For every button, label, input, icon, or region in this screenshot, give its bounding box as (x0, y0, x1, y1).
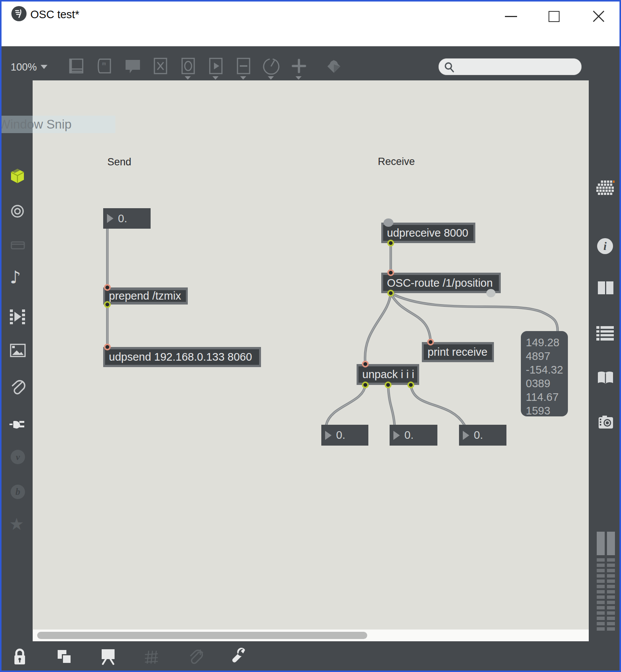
number-box-value: 0. (336, 429, 345, 441)
outlet-port[interactable] (407, 382, 414, 388)
close-button[interactable] (592, 9, 605, 23)
zoom-level-dropdown[interactable]: 100% (11, 61, 47, 73)
console-drawer-icon[interactable] (10, 240, 25, 251)
patcher-window-icon[interactable] (68, 57, 85, 75)
chevron-down-icon[interactable] (268, 76, 274, 80)
slider-icon[interactable] (235, 57, 252, 75)
star-icon[interactable]: ★ (9, 514, 24, 534)
title-bar: OSC test* (2, 2, 619, 24)
inlet-port[interactable] (387, 269, 394, 276)
add-object-icon[interactable] (290, 57, 308, 75)
outlet-port[interactable] (387, 290, 394, 297)
video-playbar-icon[interactable] (9, 309, 26, 325)
udpsend-object[interactable]: udpsend 192.168.0.133 8060 (103, 347, 261, 367)
patch-cord[interactable] (365, 293, 391, 364)
cord-stub (384, 218, 393, 227)
cord-stub (486, 289, 495, 297)
object-text: OSC-route /1/position (387, 277, 493, 289)
number-box-z[interactable]: 0. (459, 425, 506, 446)
maximize-button[interactable] (549, 11, 560, 22)
paperclip-add-icon[interactable] (187, 648, 204, 666)
reference-book-icon[interactable] (597, 371, 614, 385)
patch-layer: Send Receive 0. prepend /tzmix udpsend 1… (33, 80, 589, 630)
object-cube-icon[interactable] (10, 168, 25, 184)
send-label: Send (107, 156, 131, 168)
menu-bar: File Edit View Object Arrange Options De… (2, 24, 619, 46)
max-logo-icon (11, 6, 27, 21)
object-text: udpreceive 8000 (387, 227, 468, 239)
chevron-down-icon[interactable] (240, 76, 246, 80)
window-snip-tooltip: Window Snip (2, 116, 115, 133)
number-box-y[interactable]: 0. (390, 425, 437, 446)
max-window: OSC test* File Edit View Object Arrange … (0, 0, 621, 672)
horizontal-scrollbar[interactable] (33, 630, 589, 641)
plug-icon[interactable] (9, 416, 26, 432)
inlet-port[interactable] (427, 339, 434, 345)
oscroute-object[interactable]: OSC-route /1/position (381, 273, 501, 293)
object-text: unpack i i i (362, 368, 414, 381)
search-box[interactable] (439, 58, 582, 75)
flonum-triangle-icon (393, 431, 400, 440)
chevron-down-icon (41, 65, 47, 69)
layers-icon[interactable] (57, 649, 72, 665)
paperclip-icon[interactable] (9, 378, 26, 397)
comment-icon[interactable] (124, 57, 141, 75)
audio-note-icon[interactable]: ♪ (10, 267, 21, 287)
lock-icon[interactable] (12, 648, 27, 667)
flonum-triangle-icon (325, 431, 332, 440)
grid-icon[interactable] (144, 650, 159, 664)
button-icon[interactable] (152, 57, 169, 75)
wrench-icon[interactable] (231, 647, 247, 665)
playbar-icon[interactable] (207, 57, 225, 75)
message-box-icon[interactable]: m (96, 57, 113, 75)
window-title: OSC test* (30, 8, 79, 21)
scrollbar-thumb[interactable] (37, 632, 367, 639)
object-palette-icon[interactable] (596, 181, 615, 198)
inlet-port[interactable] (104, 284, 111, 291)
message-line: 149.28 (526, 336, 568, 349)
number-box-x[interactable]: 0. (321, 425, 368, 446)
print-object[interactable]: print receive (422, 342, 494, 362)
paint-bucket-icon[interactable] (325, 57, 343, 75)
object-text: print receive (428, 346, 487, 358)
outlet-port[interactable] (385, 382, 391, 388)
inlet-port[interactable] (362, 361, 369, 367)
object-text: prepend /tzmix (109, 290, 181, 302)
number-box-value: 0. (404, 429, 413, 441)
target-icon[interactable] (10, 204, 25, 218)
window-snip-label: Window Snip (0, 117, 72, 132)
snapshot-camera-icon[interactable] (597, 415, 614, 430)
chevron-down-icon[interactable] (296, 76, 302, 80)
patch-cord[interactable] (391, 293, 558, 331)
udpreceive-object[interactable]: udpreceive 8000 (381, 223, 475, 243)
flonum-triangle-icon (463, 431, 469, 440)
message-line: 114.67 (526, 390, 568, 404)
inlet-port[interactable] (104, 344, 111, 350)
prepend-object[interactable]: prepend /tzmix (103, 287, 188, 305)
presentation-mode-icon[interactable] (100, 648, 116, 665)
chevron-down-icon[interactable] (212, 76, 219, 80)
dial-icon[interactable] (263, 57, 280, 75)
inspector-columns-icon[interactable] (597, 281, 614, 295)
left-sidebar (2, 80, 33, 641)
beap-icon[interactable]: b (11, 485, 25, 499)
toggle-icon[interactable] (179, 57, 197, 75)
outlet-port[interactable] (104, 301, 111, 308)
outlet-port[interactable] (362, 382, 369, 388)
svg-text:m: m (102, 61, 106, 66)
object-text: udpsend 192.168.0.133 8060 (109, 351, 252, 363)
minimize-button[interactable] (505, 16, 517, 17)
number-box-send[interactable]: 0. (103, 208, 151, 229)
chevron-down-icon[interactable] (185, 76, 191, 80)
picture-icon[interactable] (10, 344, 26, 357)
search-input[interactable] (457, 60, 576, 74)
number-box-value: 0. (118, 212, 127, 225)
vimeo-icon[interactable]: v (11, 450, 25, 464)
message-box[interactable]: 149.28 4897 -154.32 0389 114.67 1593 (521, 331, 568, 416)
info-icon[interactable]: i (597, 238, 613, 254)
message-line: 4897 (526, 349, 568, 363)
outlet-port[interactable] (387, 240, 394, 247)
console-list-icon[interactable] (596, 325, 614, 342)
message-line: -154.32 (526, 363, 568, 377)
patch-cord[interactable] (411, 385, 464, 425)
